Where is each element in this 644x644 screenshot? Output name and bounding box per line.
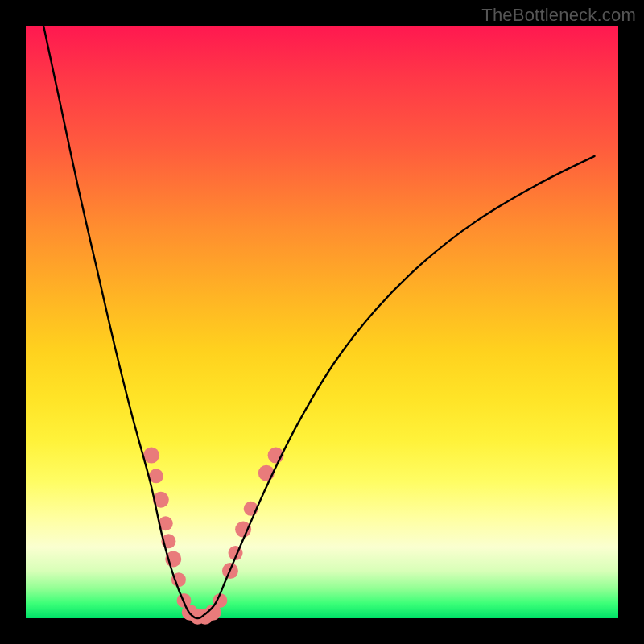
bottleneck-curve-path [43,26,594,618]
curve-marker [143,448,159,464]
curve-svg [26,26,618,618]
plot-area [26,26,618,618]
curve-marker [235,522,251,538]
watermark-label: TheBottleneck.com [481,5,636,26]
curve-marker [149,469,163,483]
markers-group [143,448,284,625]
chart-frame: TheBottleneck.com [0,0,644,644]
